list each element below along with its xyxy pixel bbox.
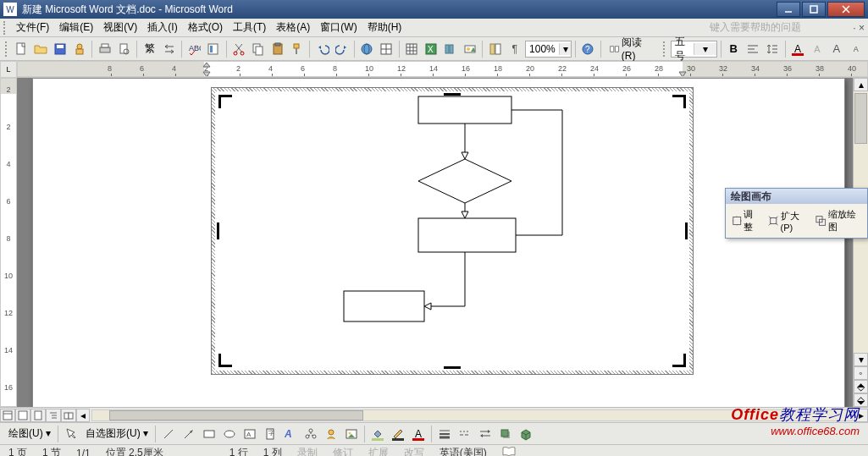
reading-view-button[interactable] (61, 409, 76, 422)
outline-view-button[interactable] (46, 409, 61, 422)
hyperlink-button[interactable] (358, 40, 376, 58)
oval-tool[interactable] (220, 425, 239, 443)
prev-page-button[interactable]: ⬘ (854, 380, 868, 393)
tables-borders-button[interactable] (378, 40, 395, 58)
flowchart-diagram[interactable] (215, 91, 689, 372)
rectangle-tool[interactable] (200, 425, 218, 443)
read-mode-button[interactable]: 阅读(R) (605, 40, 659, 58)
menubar-grip[interactable] (3, 21, 8, 35)
palette-scale[interactable]: 缩放绘图 (812, 206, 865, 235)
help-search-input[interactable]: 键入需要帮助的问题 (705, 19, 849, 36)
font-color-button[interactable]: A (788, 40, 806, 58)
menu-edit[interactable]: 编辑(E) (54, 19, 98, 36)
drawing-toolbar-button[interactable] (461, 40, 478, 58)
hscroll-thumb[interactable] (109, 410, 363, 420)
menu-format[interactable]: 格式(O) (183, 19, 228, 36)
menu-file[interactable]: 文件(F) (11, 19, 54, 36)
hscroll-track[interactable] (91, 409, 853, 421)
fill-color-button[interactable] (368, 425, 387, 443)
textbox-tool[interactable]: A (240, 425, 259, 443)
dash-style-button[interactable] (456, 425, 474, 443)
shrink-font-button[interactable]: A (847, 40, 865, 58)
arrow-tool[interactable] (180, 425, 198, 443)
insert-picture-tool[interactable] (342, 425, 361, 443)
shadow-button[interactable] (496, 425, 515, 443)
horizontal-ruler[interactable]: 8642246810121416182022242628303234363840… (17, 61, 868, 77)
grow-font-button[interactable]: A (827, 40, 845, 58)
doc-map-button[interactable] (486, 40, 504, 58)
cut-button[interactable] (230, 40, 248, 58)
align-buttons[interactable] (744, 40, 762, 58)
menu-table[interactable]: 表格(A) (271, 19, 315, 36)
status-book-icon[interactable] (502, 446, 516, 456)
palette-title[interactable]: 绘图画布 (726, 189, 867, 204)
new-doc-button[interactable] (13, 40, 30, 58)
palette-adjust[interactable]: 调整 (728, 206, 764, 235)
arrow-style-button[interactable] (476, 425, 495, 443)
menu-overflow-icon[interactable]: · × (853, 22, 865, 34)
print-layout-view-button[interactable] (30, 409, 46, 422)
minimize-button[interactable] (777, 2, 800, 17)
draw-menu[interactable]: 绘图(U) ▾ (5, 426, 54, 441)
format-painter-button[interactable] (288, 40, 306, 58)
print-preview-button[interactable] (115, 40, 133, 58)
excel-button[interactable]: X (423, 40, 440, 58)
drawing-canvas[interactable] (211, 87, 694, 375)
char-scaling-button[interactable]: A (808, 40, 826, 58)
autoshapes-menu[interactable]: 自选图形(U) ▾ (82, 426, 152, 441)
line-color-button[interactable] (389, 425, 407, 443)
status-language[interactable]: 英语(美国) (440, 446, 487, 456)
hscroll-right-button[interactable]: ▸ (854, 409, 868, 422)
drawing-canvas-palette[interactable]: 绘图画布 调整 扩大(P) 缩放绘图 (725, 188, 868, 239)
open-button[interactable] (32, 40, 50, 58)
scroll-up-button[interactable]: ▴ (854, 78, 868, 91)
ruler-corner[interactable]: L (0, 61, 17, 78)
save-button[interactable] (52, 40, 69, 58)
hscroll-left-button[interactable]: ◂ (76, 409, 90, 422)
status-overwrite[interactable]: 改写 (404, 446, 424, 456)
menu-help[interactable]: 帮助(H) (362, 19, 407, 36)
menu-window[interactable]: 窗口(W) (315, 19, 362, 36)
font-color-draw-button[interactable]: A (409, 425, 428, 443)
line-tool[interactable] (159, 425, 178, 443)
status-record[interactable]: 录制 (297, 446, 318, 456)
next-page-button[interactable]: ⬙ (854, 393, 868, 407)
toolbar-grip-2[interactable] (663, 41, 667, 57)
copy-button[interactable] (250, 40, 268, 58)
vertical-ruler[interactable]: 2246810121416 (0, 78, 17, 407)
vertical-scrollbar[interactable]: ▴ ▾ ◦ ⬘ ⬙ (853, 78, 868, 407)
select-objects-button[interactable] (62, 425, 80, 443)
undo-button[interactable] (313, 40, 331, 58)
insert-table-button[interactable] (403, 40, 421, 58)
research-button[interactable] (205, 40, 223, 58)
font-size-combo[interactable]: 五号▾ (671, 41, 717, 58)
menu-insert[interactable]: 插入(I) (142, 19, 182, 36)
palette-expand[interactable]: 扩大(P) (765, 208, 811, 234)
vertical-textbox-tool[interactable]: 字 (261, 425, 279, 443)
paste-button[interactable] (268, 40, 286, 58)
bold-button[interactable]: B (725, 40, 743, 58)
browse-object-button[interactable]: ◦ (854, 366, 868, 380)
columns-button[interactable] (442, 40, 460, 58)
zoom-combo[interactable]: 100%▾ (525, 41, 572, 58)
wordart-tool[interactable]: A (281, 425, 300, 443)
normal-view-button[interactable] (0, 409, 15, 422)
diagram-tool[interactable] (301, 425, 320, 443)
web-view-button[interactable] (15, 409, 30, 422)
vscroll-thumb[interactable] (854, 93, 867, 144)
redo-button[interactable] (333, 40, 351, 58)
help-button[interactable]: ? (579, 40, 597, 58)
print-button[interactable] (96, 40, 113, 58)
toolbar-grip[interactable] (5, 41, 9, 57)
simplified-chinese-button[interactable]: 繁 (141, 40, 158, 58)
status-revise[interactable]: 修订 (333, 446, 353, 456)
scroll-down-button[interactable]: ▾ (854, 353, 868, 366)
chinese-convert-button[interactable] (160, 40, 178, 58)
close-button[interactable] (827, 2, 865, 17)
line-style-button[interactable] (435, 425, 454, 443)
permissions-button[interactable] (71, 40, 89, 58)
3d-button[interactable] (517, 425, 535, 443)
maximize-button[interactable] (802, 2, 826, 17)
show-marks-button[interactable]: ¶ (506, 40, 523, 58)
status-extend[interactable]: 扩展 (368, 446, 389, 456)
